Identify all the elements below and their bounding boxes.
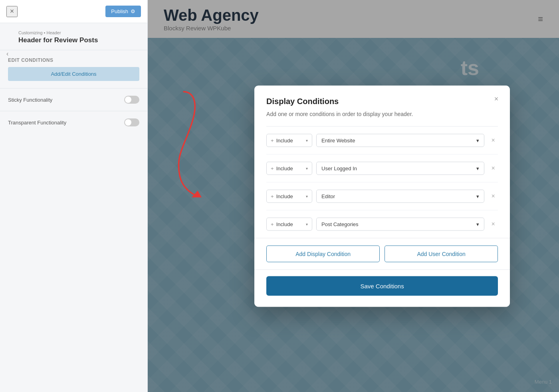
background-page: × Publish ⚙ ‹ Customizing • Header Heade…: [0, 0, 559, 392]
condition-4-value-dropdown[interactable]: Post Categories ▾: [316, 217, 484, 230]
condition-1-include-label: Include: [276, 137, 293, 143]
condition-row-3: + Include ▾ Editor ▾ ×: [266, 182, 498, 210]
condition-1-remove-button[interactable]: ×: [488, 136, 498, 145]
modal-subtitle: Add one or more conditions in order to d…: [266, 110, 498, 118]
plus-icon-1: +: [271, 137, 274, 143]
condition-2-value: User Logged In: [321, 165, 357, 171]
condition-1-value: Entire Website: [321, 137, 355, 143]
sidebar: × Publish ⚙ ‹ Customizing • Header Heade…: [0, 0, 148, 392]
condition-3-include-label: Include: [276, 193, 293, 199]
condition-4-include-label: Include: [276, 221, 293, 227]
modal-save-area: Save Conditions: [254, 269, 510, 307]
modal-body: + Include ▾ Entire Website ▾ × + Include: [254, 126, 510, 238]
transparent-toggle[interactable]: [124, 118, 139, 126]
condition-row-2: + Include ▾ User Logged In ▾ ×: [266, 154, 498, 182]
publish-label: Publish: [111, 8, 128, 14]
condition-row-1: + Include ▾ Entire Website ▾ ×: [266, 126, 498, 154]
condition-4-value: Post Categories: [321, 221, 359, 227]
main-content: Web Agency Blocksy Review WPKube ≡ ts s …: [148, 0, 559, 392]
condition-row-4: + Include ▾ Post Categories ▾ ×: [266, 210, 498, 238]
edit-conditions-label: Edit Conditions: [8, 57, 139, 63]
modal-footer-buttons: Add Display Condition Add User Condition: [254, 238, 510, 269]
sticky-toggle[interactable]: [124, 96, 139, 104]
close-button[interactable]: ×: [6, 6, 18, 17]
publish-button[interactable]: Publish ⚙: [105, 6, 141, 17]
sidebar-breadcrumb-area: ‹ Customizing • Header Header for Review…: [0, 23, 147, 50]
modal-title: Display Conditions: [266, 97, 498, 106]
add-display-condition-button[interactable]: Add Display Condition: [266, 245, 380, 262]
value-chevron-2: ▾: [476, 165, 479, 171]
condition-3-value: Editor: [321, 193, 335, 199]
condition-4-remove-button[interactable]: ×: [488, 219, 498, 229]
modal-close-button[interactable]: ×: [491, 93, 502, 104]
chevron-icon-1: ▾: [306, 138, 308, 142]
sidebar-top-bar: × Publish ⚙: [0, 0, 147, 23]
condition-2-include-label: Include: [276, 165, 293, 171]
breadcrumb: Customizing • Header: [18, 30, 139, 35]
transparent-label: Transparent Functionality: [8, 120, 66, 126]
chevron-icon-2: ▾: [306, 166, 308, 170]
sidebar-title: Header for Review Posts: [18, 36, 139, 44]
plus-icon-2: +: [271, 165, 274, 171]
chevron-icon-3: ▾: [306, 194, 308, 198]
plus-icon-3: +: [271, 193, 274, 199]
condition-3-value-dropdown[interactable]: Editor ▾: [316, 189, 484, 203]
edit-conditions-section: Edit Conditions Add/Edit Conditions: [0, 50, 147, 88]
value-chevron-3: ▾: [476, 193, 479, 199]
value-chevron-4: ▾: [476, 221, 479, 227]
condition-2-value-dropdown[interactable]: User Logged In ▾: [316, 162, 484, 175]
sticky-label: Sticky Functionality: [8, 97, 52, 103]
condition-1-value-dropdown[interactable]: Entire Website ▾: [316, 134, 484, 147]
condition-2-include-dropdown[interactable]: + Include ▾: [266, 162, 312, 175]
value-chevron-1: ▾: [476, 137, 479, 143]
sticky-functionality-row: Sticky Functionality: [0, 88, 147, 111]
condition-3-remove-button[interactable]: ×: [488, 191, 498, 201]
plus-icon-4: +: [271, 221, 274, 227]
back-button[interactable]: ‹: [6, 50, 8, 57]
display-conditions-modal: Display Conditions Add one or more condi…: [254, 85, 510, 307]
modal-header: Display Conditions Add one or more condi…: [254, 85, 510, 118]
condition-3-include-dropdown[interactable]: + Include ▾: [266, 189, 312, 203]
chevron-icon-4: ▾: [306, 222, 308, 226]
gear-icon: ⚙: [131, 8, 135, 14]
condition-2-remove-button[interactable]: ×: [488, 163, 498, 173]
condition-1-include-dropdown[interactable]: + Include ▾: [266, 134, 312, 147]
condition-4-include-dropdown[interactable]: + Include ▾: [266, 217, 312, 230]
save-conditions-button[interactable]: Save Conditions: [266, 276, 498, 295]
add-user-condition-button[interactable]: Add User Condition: [385, 245, 498, 262]
transparent-functionality-row: Transparent Functionality: [0, 111, 147, 134]
add-edit-conditions-button[interactable]: Add/Edit Conditions: [8, 67, 139, 81]
